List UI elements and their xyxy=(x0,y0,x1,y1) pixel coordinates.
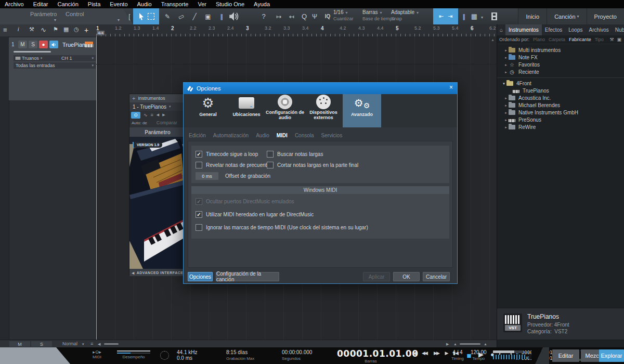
zoom-out-icon[interactable]: ▲ xyxy=(453,342,457,346)
grid-caret-icon[interactable]: ▾ xyxy=(481,15,483,20)
menu-pista[interactable]: Pista xyxy=(83,0,105,8)
menu-cancion[interactable]: Canción xyxy=(53,0,83,8)
zoom-play-icon[interactable]: ▶ xyxy=(446,342,449,346)
nav-proyecto-button[interactable]: Proyecto xyxy=(587,8,624,24)
grid-view-icon[interactable]: ▦ xyxy=(63,26,69,33)
macro-in-icon[interactable]: ↦ xyxy=(274,10,284,22)
track-channel-chip[interactable]: CH 1 ▾ xyxy=(59,55,96,61)
samplerate-display[interactable]: 44.1 kHz 0.0 ms xyxy=(177,349,197,361)
editar-view-button[interactable]: Editar xyxy=(552,349,579,362)
timebase-value[interactable]: Barras xyxy=(362,9,378,15)
performance-meter[interactable]: Desempeño xyxy=(117,350,150,359)
global-solo-button[interactable]: S xyxy=(31,341,52,347)
parametro-dropdown[interactable]: Parámetro xyxy=(30,11,57,17)
tab-efectos[interactable]: Efectos xyxy=(542,24,565,35)
plugin-title-row[interactable]: 1 - TruePianos ▾ xyxy=(129,102,186,111)
plugin-curve-icon[interactable]: ∿ xyxy=(144,112,148,118)
paint-tool-icon[interactable]: ╱ xyxy=(189,10,200,22)
tree-item-4front[interactable]: ▾4Front xyxy=(497,80,624,87)
browser-panel-icon[interactable]: ▣ xyxy=(617,37,621,42)
song-settings-button[interactable]: Configuración de la canción xyxy=(216,272,279,281)
auto-label[interactable]: Auto: de xyxy=(132,121,147,125)
tool-settings-icon[interactable]: ⚒ xyxy=(29,26,34,33)
record-max-display[interactable]: 8:15 días Grabación Max xyxy=(226,349,254,361)
inspector-icon[interactable]: i xyxy=(18,26,19,32)
cancel-button[interactable]: Cancelar xyxy=(423,272,450,281)
zoom-slider[interactable] xyxy=(460,343,480,345)
macro-out-icon[interactable]: ↤ xyxy=(287,10,297,22)
track-size-caret-icon[interactable]: ▾ xyxy=(82,342,84,346)
control-dropdown[interactable]: Control xyxy=(66,11,84,17)
tree-item-multi-instrumentos[interactable]: ▸Multi instrumentos xyxy=(497,46,624,54)
snap-right-icon[interactable]: ⇥ xyxy=(448,13,452,20)
checkbox-ocultar-puertos[interactable]: ✓ xyxy=(196,198,202,205)
sort-carpeta[interactable]: Carpeta xyxy=(549,37,565,42)
grid-add-icon[interactable]: ▦ xyxy=(470,10,479,22)
dialog-tab-configuracion-audio[interactable]: Configuración de audio xyxy=(266,94,304,127)
menu-studio-one[interactable]: Studio One xyxy=(211,0,249,8)
listen-tool-icon[interactable] xyxy=(229,10,239,22)
plugin-power-button[interactable]: ⊙ xyxy=(131,112,140,119)
apply-button[interactable]: Aplicar xyxy=(363,272,390,281)
dialog-tab-avanzado[interactable]: ⚙⚙ Avanzado xyxy=(343,94,381,127)
close-icon[interactable]: × xyxy=(449,84,453,91)
menu-evento[interactable]: Evento xyxy=(105,0,132,8)
tree-item-presonus[interactable]: ▸PreSonus xyxy=(497,116,624,124)
quantize-q-icon[interactable]: Q xyxy=(300,10,309,22)
prev-marker-button[interactable]: ◀ xyxy=(411,350,418,356)
menu-ver[interactable]: Ver xyxy=(193,0,211,8)
dialog-titlebar[interactable]: Opciones × xyxy=(184,83,457,94)
track-monitor-button[interactable] xyxy=(49,41,58,48)
home-icon[interactable]: ⌂ xyxy=(497,24,505,35)
tab-instrumentos[interactable]: Instrumentos xyxy=(505,24,542,35)
pad-tool-icon[interactable]: ▣ xyxy=(203,10,213,22)
quantize-value[interactable]: 1/16 xyxy=(333,9,343,15)
checkbox-timecode[interactable]: ✓ xyxy=(196,151,202,158)
collapse-left-icon[interactable]: ◀ xyxy=(98,342,100,346)
tree-item-acoustica[interactable]: ▸Acoustica Inc. xyxy=(497,94,624,102)
scroll-up-icon[interactable]: ▲ xyxy=(491,38,495,42)
track-input-chip[interactable]: Todas las entradas ▾ xyxy=(14,62,96,69)
menu-transporte[interactable]: Transporte xyxy=(157,0,193,8)
checkbox-cortar-notas[interactable]: ✓ xyxy=(267,162,274,168)
track-size-dropdown[interactable]: Normal xyxy=(62,341,77,346)
nav-inicio-button[interactable]: Inicio xyxy=(518,8,547,24)
opciones-button[interactable]: Opciones xyxy=(188,272,213,281)
browser-wrench-icon[interactable]: ⚒ xyxy=(609,37,614,42)
snap-caret-icon[interactable]: ▾ xyxy=(417,10,419,15)
position-display[interactable]: 00001.01.01.00 Barras xyxy=(337,348,405,363)
nav-cancion-button[interactable]: Canción ▾ xyxy=(547,8,586,24)
track-record-arm-button[interactable]: ● xyxy=(39,41,48,48)
timeline-ruler[interactable]: 1 1.2 1.3 1.4 2 2.2 2.3 2.4 3 3.2 3.3 3.… xyxy=(96,24,497,37)
checkbox-buscar-notas[interactable]: ✓ xyxy=(267,151,274,158)
track-instrument-icon[interactable] xyxy=(85,42,93,47)
ok-button[interactable]: OK xyxy=(393,272,420,281)
arrow-tool-icon[interactable] xyxy=(138,12,145,20)
track-row-truepianos[interactable]: 1 M S ● TruePianos Truanos ▾ CH 1 ▾ xyxy=(9,37,96,100)
menu-ayuda[interactable]: Ayuda xyxy=(249,0,275,8)
advanced-interface-button[interactable]: ◀ ADVANCED INTERFACE xyxy=(129,269,186,276)
clock-icon[interactable]: ◷ xyxy=(74,26,79,33)
sort-tipo[interactable]: Tipo xyxy=(595,37,604,42)
eraser-tool-icon[interactable]: ▭ xyxy=(174,9,188,24)
sort-fabricante[interactable]: Fabricante xyxy=(569,37,591,42)
sort-plano[interactable]: Plano xyxy=(533,37,545,42)
range-tool-icon[interactable] xyxy=(148,13,154,20)
parametro-caret-icon[interactable]: ▾ xyxy=(54,18,56,22)
checkbox-ignorar-marcas[interactable]: ✓ xyxy=(196,224,202,231)
tree-item-truepianos[interactable]: TruePianos xyxy=(497,87,624,95)
control-caret-icon[interactable]: ▾ xyxy=(118,18,120,22)
seconds-display[interactable]: 00:00:00.000 Segundos xyxy=(282,349,312,361)
subtab-audio[interactable]: Audio xyxy=(256,133,269,138)
tree-item-note-fx[interactable]: ▸Note FX xyxy=(497,54,624,61)
add-track-icon[interactable]: + xyxy=(84,26,88,34)
snap-dropdown[interactable]: Adaptable▾ Snap xyxy=(391,9,419,21)
tuner-fork-icon[interactable]: Ψ xyxy=(310,10,319,22)
tab-loops[interactable]: Loops xyxy=(565,24,586,35)
tree-item-favoritos[interactable]: ▸☆Favoritos xyxy=(497,61,624,69)
track-instrument-chip[interactable]: Truanos ▾ xyxy=(14,55,61,61)
dialog-tab-ubicaciones[interactable]: Ubicaciones xyxy=(227,94,266,127)
track-volume-bar[interactable] xyxy=(14,51,51,53)
tab-archivos[interactable]: Archivos xyxy=(586,24,612,35)
prev-preset-icon[interactable]: ◀ xyxy=(157,113,159,117)
